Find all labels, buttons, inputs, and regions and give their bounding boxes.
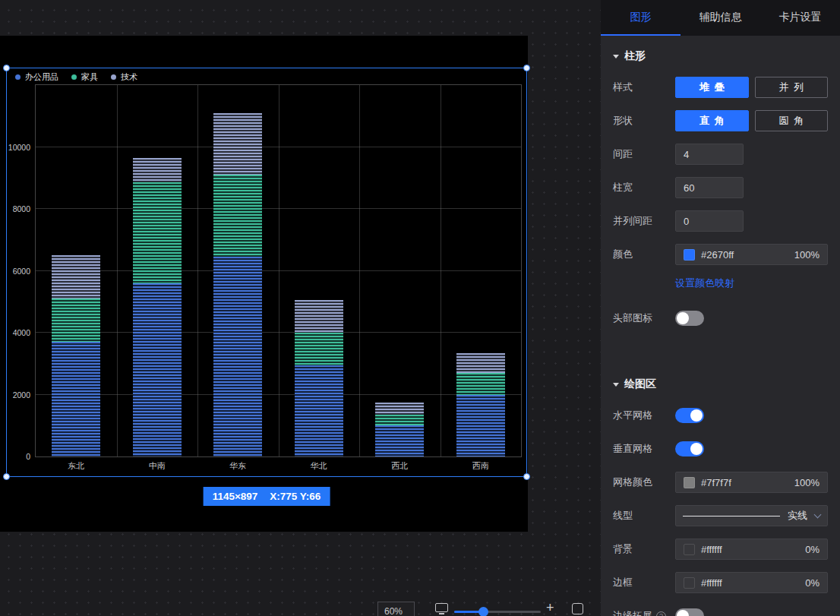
fit-screen-icon[interactable] bbox=[435, 603, 448, 612]
legend-label: 办公用品 bbox=[25, 71, 58, 83]
toggle-knob bbox=[690, 443, 703, 455]
tab-card-settings[interactable]: 卡片设置 bbox=[760, 0, 840, 36]
zoom-slider-knob[interactable] bbox=[478, 607, 488, 616]
resize-handle-top-right[interactable] bbox=[523, 65, 530, 71]
row-gap: 间距 bbox=[613, 144, 828, 165]
selection-size: 1145×897 bbox=[213, 491, 258, 502]
x-axis-label: 华东 bbox=[213, 460, 262, 472]
row-h-grid: 水平网格 bbox=[613, 405, 828, 426]
color-hex: #2670ff bbox=[701, 249, 734, 261]
row-border: 边框 #ffffff 0% bbox=[613, 572, 828, 593]
bar-segment-办公用品 bbox=[375, 425, 424, 456]
bar-column: 华东 bbox=[213, 85, 262, 456]
row-color-mapping: 设置颜色映射 bbox=[613, 273, 828, 294]
legend-dot-icon bbox=[111, 74, 116, 80]
color-mapping-link[interactable]: 设置颜色映射 bbox=[675, 276, 734, 290]
row-edge-expand: 边缘拓展 ? bbox=[613, 605, 828, 616]
workspace: 办公用品家具技术 0200040006000800010000东北中南华东华北西… bbox=[0, 0, 601, 616]
selection-badge: 1145×897 X:775 Y:66 bbox=[204, 487, 330, 506]
legend-dot-icon bbox=[15, 74, 21, 80]
background-color-picker[interactable]: #ffffff 0% bbox=[675, 539, 828, 560]
style-stacked-button[interactable]: 堆叠 bbox=[675, 77, 749, 98]
line-type-value: 实线 bbox=[788, 509, 807, 523]
grid-color-picker[interactable]: #7f7f7f 100% bbox=[675, 472, 828, 493]
gap-input[interactable] bbox=[675, 144, 744, 165]
section-plot-header[interactable]: 绘图区 bbox=[613, 377, 828, 391]
v-grid-label: 垂直网格 bbox=[613, 442, 675, 456]
legend-item[interactable]: 办公用品 bbox=[15, 71, 58, 83]
line-type-label: 线型 bbox=[613, 509, 675, 523]
bar-column: 华北 bbox=[295, 85, 343, 456]
grid-color-hex: #7f7f7f bbox=[701, 477, 731, 488]
bar-segment-家具 bbox=[375, 415, 424, 425]
parallel-gap-input[interactable] bbox=[675, 210, 744, 232]
bar-segment-技术 bbox=[133, 158, 182, 183]
grid-color-opacity: 100% bbox=[794, 477, 819, 488]
resize-handle-bottom-right[interactable] bbox=[523, 473, 530, 480]
x-axis-label: 东北 bbox=[52, 460, 100, 472]
zoom-in-button[interactable]: + bbox=[546, 600, 554, 616]
row-style: 样式 堆叠 并列 bbox=[613, 77, 828, 98]
v-grid-toggle[interactable] bbox=[675, 441, 704, 456]
gridline-vertical bbox=[117, 85, 118, 456]
grid-color-label: 网格颜色 bbox=[613, 475, 675, 489]
plot-area: 0200040006000800010000东北中南华东华北西北西南 bbox=[35, 84, 522, 457]
resize-handle-bottom-left[interactable] bbox=[3, 473, 10, 480]
row-parallel-gap: 并列间距 bbox=[613, 210, 828, 232]
bar-column: 东北 bbox=[52, 85, 100, 456]
row-line-type: 线型 实线 bbox=[613, 505, 828, 526]
gridline-vertical bbox=[279, 85, 279, 456]
tab-auxiliary-info[interactable]: 辅助信息 bbox=[681, 0, 760, 36]
head-icon-label: 头部图标 bbox=[613, 311, 675, 325]
color-picker[interactable]: #2670ff 100% bbox=[675, 244, 828, 265]
toggle-knob bbox=[677, 610, 689, 616]
bar-segment-办公用品 bbox=[213, 257, 262, 456]
panel-tabs: 图形 辅助信息 卡片设置 bbox=[601, 0, 840, 36]
legend-item[interactable]: 家具 bbox=[71, 71, 98, 83]
background-label: 背景 bbox=[613, 542, 675, 556]
section-bar-header[interactable]: 柱形 bbox=[613, 49, 828, 63]
shape-right-angle-button[interactable]: 直角 bbox=[675, 110, 749, 131]
shape-rounded-button[interactable]: 圆角 bbox=[755, 110, 829, 131]
gridline-vertical bbox=[441, 85, 441, 456]
tab-graphic[interactable]: 图形 bbox=[601, 0, 681, 36]
resize-handle-top-left[interactable] bbox=[3, 65, 10, 71]
line-type-select[interactable]: 实线 bbox=[675, 505, 828, 526]
bar-column: 西南 bbox=[456, 85, 505, 456]
head-icon-toggle[interactable] bbox=[675, 311, 704, 326]
line-sample bbox=[683, 516, 780, 516]
bar-width-input[interactable] bbox=[675, 177, 744, 198]
legend-item[interactable]: 技术 bbox=[111, 71, 137, 83]
edge-expand-toggle[interactable] bbox=[675, 608, 704, 616]
y-axis-label: 2000 bbox=[13, 390, 30, 400]
bar-segment-办公用品 bbox=[295, 365, 343, 456]
border-label: 边框 bbox=[613, 576, 675, 589]
chart-legend: 办公用品家具技术 bbox=[15, 71, 137, 83]
bar-segment-家具 bbox=[133, 182, 182, 283]
y-axis-label: 6000 bbox=[13, 267, 30, 276]
h-grid-toggle[interactable] bbox=[675, 408, 704, 423]
row-shape: 形状 直角 圆角 bbox=[613, 110, 828, 131]
bar-segment-技术 bbox=[375, 403, 424, 415]
edge-expand-label: 边缘拓展 bbox=[613, 609, 652, 616]
bar-segment-技术 bbox=[295, 300, 343, 333]
row-bar-width: 柱宽 bbox=[613, 177, 828, 198]
zoom-toolbar: 60% + bbox=[0, 600, 601, 616]
border-color-picker[interactable]: #ffffff 0% bbox=[675, 572, 828, 593]
bar-segment-家具 bbox=[213, 175, 262, 257]
bar-segment-技术 bbox=[456, 353, 505, 373]
bar-segment-办公用品 bbox=[52, 342, 100, 456]
bar-column: 中南 bbox=[133, 85, 182, 456]
actual-size-icon[interactable] bbox=[572, 603, 583, 614]
zoom-slider[interactable] bbox=[454, 606, 541, 616]
style-parallel-button[interactable]: 并列 bbox=[755, 77, 829, 98]
design-canvas[interactable]: 办公用品家具技术 0200040006000800010000东北中南华东华北西… bbox=[0, 36, 528, 532]
y-axis-label: 4000 bbox=[13, 328, 30, 337]
zoom-level-value: 60% bbox=[384, 606, 403, 616]
zoom-level-select[interactable]: 60% bbox=[377, 602, 415, 616]
bar-segment-技术 bbox=[52, 255, 100, 299]
style-label: 样式 bbox=[613, 81, 675, 94]
info-icon: ? bbox=[656, 611, 666, 616]
chart-widget[interactable]: 办公用品家具技术 0200040006000800010000东北中南华东华北西… bbox=[6, 68, 527, 477]
y-axis-label: 0 bbox=[26, 452, 30, 461]
